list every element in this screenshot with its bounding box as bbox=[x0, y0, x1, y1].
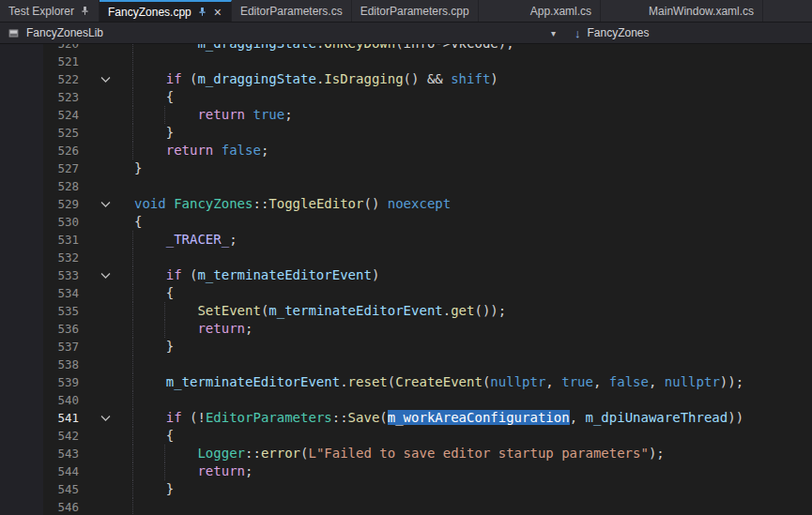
indent-guide bbox=[132, 249, 133, 266]
breakpoint-margin[interactable] bbox=[0, 320, 43, 338]
close-icon[interactable]: × bbox=[213, 6, 222, 19]
line-number[interactable]: 540 bbox=[43, 391, 79, 409]
fold-chevron-icon[interactable] bbox=[79, 195, 131, 213]
pin-icon[interactable] bbox=[197, 7, 207, 17]
code-text[interactable] bbox=[131, 391, 812, 409]
tab-editorparameters-cpp[interactable]: EditorParameters.cpp bbox=[352, 0, 479, 22]
breakpoint-margin[interactable] bbox=[0, 302, 43, 320]
code-text[interactable]: return false; bbox=[131, 142, 812, 159]
code-token: m_terminateEditorEvent bbox=[268, 303, 442, 318]
code-text[interactable]: if (m_draggingState.IsDragging() && shif… bbox=[131, 70, 812, 88]
breakpoint-margin[interactable] bbox=[0, 44, 43, 53]
line-number[interactable]: 520 bbox=[43, 44, 79, 53]
code-text[interactable] bbox=[131, 249, 812, 266]
code-text[interactable]: } bbox=[131, 124, 812, 142]
line-number[interactable]: 532 bbox=[43, 249, 79, 266]
line-number[interactable]: 525 bbox=[43, 124, 79, 142]
project-dropdown[interactable]: FancyZonesLib ▾ bbox=[0, 23, 563, 43]
line-number[interactable]: 546 bbox=[43, 498, 79, 515]
line-number[interactable]: 531 bbox=[43, 231, 79, 249]
line-number[interactable]: 543 bbox=[43, 445, 79, 462]
tab-app-xaml-cs[interactable]: App.xaml.cs bbox=[522, 0, 601, 22]
breakpoint-margin[interactable] bbox=[0, 53, 43, 70]
code-text[interactable] bbox=[131, 177, 812, 195]
line-number[interactable]: 538 bbox=[43, 356, 79, 373]
breakpoint-margin[interactable] bbox=[0, 391, 43, 409]
tab-fancyzones-cpp[interactable]: FancyZones.cpp× bbox=[100, 0, 232, 22]
code-text[interactable]: m_terminateEditorEvent.reset(CreateEvent… bbox=[131, 373, 812, 391]
code-text[interactable]: { bbox=[131, 213, 812, 231]
fold-chevron-icon[interactable] bbox=[79, 409, 131, 427]
breakpoint-margin[interactable] bbox=[0, 462, 43, 480]
line-number[interactable]: 537 bbox=[43, 338, 79, 356]
line-number[interactable]: 535 bbox=[43, 302, 79, 320]
code-text[interactable]: Logger::error(L"Failed to save editor st… bbox=[131, 445, 812, 462]
tab-mainwindow-xaml-cs[interactable]: MainWindow.xaml.cs bbox=[640, 0, 763, 22]
breakpoint-margin[interactable] bbox=[0, 409, 43, 427]
breakpoint-margin[interactable] bbox=[0, 249, 43, 266]
line-number[interactable]: 521 bbox=[43, 53, 79, 70]
line-number[interactable]: 544 bbox=[43, 462, 79, 480]
breakpoint-margin[interactable] bbox=[0, 356, 43, 373]
code-text[interactable]: } bbox=[131, 480, 812, 498]
breakpoint-margin[interactable] bbox=[0, 70, 43, 88]
line-number[interactable]: 536 bbox=[43, 320, 79, 338]
code-text[interactable] bbox=[131, 356, 812, 373]
breakpoint-margin[interactable] bbox=[0, 213, 43, 231]
breakpoint-margin[interactable] bbox=[0, 284, 43, 302]
tab-test-explorer[interactable]: Test Explorer bbox=[0, 0, 100, 22]
member-dropdown[interactable]: ↓ FancyZones bbox=[563, 23, 812, 43]
breakpoint-margin[interactable] bbox=[0, 142, 43, 159]
code-text[interactable]: if (!EditorParameters::Save(m_workAreaCo… bbox=[131, 409, 812, 427]
breakpoint-margin[interactable] bbox=[0, 498, 43, 515]
breakpoint-margin[interactable] bbox=[0, 106, 43, 124]
code-text[interactable]: void FancyZones::ToggleEditor() noexcept bbox=[131, 195, 812, 213]
breakpoint-margin[interactable] bbox=[0, 231, 43, 249]
breakpoint-margin[interactable] bbox=[0, 159, 43, 177]
breakpoint-margin[interactable] bbox=[0, 445, 43, 462]
code-text[interactable]: } bbox=[131, 338, 812, 356]
breakpoint-margin[interactable] bbox=[0, 373, 43, 391]
code-text[interactable]: if (m_terminateEditorEvent) bbox=[131, 266, 812, 284]
code-text[interactable]: return; bbox=[131, 462, 812, 480]
line-number[interactable]: 529 bbox=[43, 195, 79, 213]
fold-chevron-icon[interactable] bbox=[79, 266, 131, 284]
breakpoint-margin[interactable] bbox=[0, 195, 43, 213]
breakpoint-margin[interactable] bbox=[0, 427, 43, 445]
pin-icon[interactable] bbox=[80, 6, 90, 16]
breakpoint-margin[interactable] bbox=[0, 480, 43, 498]
breakpoint-margin[interactable] bbox=[0, 338, 43, 356]
code-text[interactable]: m_draggingState.OnKeyDown(info->vkCode); bbox=[131, 44, 812, 53]
line-number[interactable]: 526 bbox=[43, 142, 79, 159]
code-text[interactable]: return; bbox=[131, 320, 812, 338]
code-text[interactable]: SetEvent(m_terminateEditorEvent.get()); bbox=[131, 302, 812, 320]
code-token: ()); bbox=[474, 303, 506, 318]
breakpoint-margin[interactable] bbox=[0, 88, 43, 106]
line-number[interactable]: 533 bbox=[43, 266, 79, 284]
line-number[interactable]: 524 bbox=[43, 106, 79, 124]
fold-chevron-icon[interactable] bbox=[79, 70, 131, 88]
line-number[interactable]: 528 bbox=[43, 177, 79, 195]
line-number[interactable]: 534 bbox=[43, 284, 79, 302]
code-text[interactable]: { bbox=[131, 88, 812, 106]
line-number[interactable]: 522 bbox=[43, 70, 79, 88]
line-number[interactable]: 545 bbox=[43, 480, 79, 498]
breakpoint-margin[interactable] bbox=[0, 266, 43, 284]
code-text[interactable] bbox=[131, 53, 812, 70]
code-text[interactable] bbox=[131, 498, 812, 515]
line-number[interactable]: 542 bbox=[43, 427, 79, 445]
code-text[interactable]: { bbox=[131, 284, 812, 302]
line-number[interactable]: 530 bbox=[43, 213, 79, 231]
line-number[interactable]: 523 bbox=[43, 88, 79, 106]
breakpoint-margin[interactable] bbox=[0, 177, 43, 195]
breakpoint-margin[interactable] bbox=[0, 124, 43, 142]
line-number[interactable]: 541 bbox=[43, 409, 79, 427]
code-text[interactable]: { bbox=[131, 427, 812, 445]
line-number[interactable]: 527 bbox=[43, 159, 79, 177]
line-number[interactable]: 539 bbox=[43, 373, 79, 391]
code-text[interactable]: } bbox=[131, 159, 812, 177]
code-editor[interactable]: 520 m_draggingState.OnKeyDown(info->vkCo… bbox=[0, 44, 812, 515]
code-text[interactable]: return true; bbox=[131, 106, 812, 124]
tab-editorparameters-cs[interactable]: EditorParameters.cs bbox=[232, 0, 352, 22]
code-text[interactable]: _TRACER_; bbox=[131, 231, 812, 249]
